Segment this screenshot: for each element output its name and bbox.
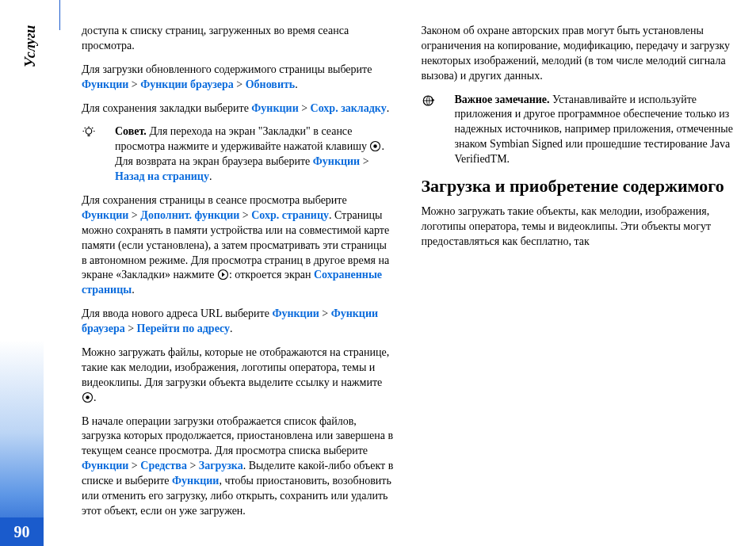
ui-path-item: Обновить [246,78,296,90]
text-run: : откроется экран [229,269,314,281]
tip-label: Совет. [115,125,147,137]
text-run: Для перехода на экран "Закладки" в сеанс… [115,125,369,152]
ui-path-item: Функции браузера [140,78,234,90]
ui-path-item: Дополнит. функции [140,209,239,221]
page-sidebar: Услуги 90 [0,0,59,546]
page-content: доступа к списку страниц, загруженных во… [59,0,756,546]
ui-path-item: Функции [82,78,128,90]
text-run: Для загрузки обновленного содержимого ст… [82,63,372,75]
ui-path-item: Назад на страницу [115,170,209,182]
body-text: Можно загружать такие объекты, как мелод… [422,204,735,250]
sidebar-rule [59,0,60,30]
body-text: Для ввода нового адреса URL выберите Фун… [82,307,395,337]
note-label: Важное замечание. [455,94,550,105]
globe-arrow-icon [422,94,436,108]
text-run: В начале операции загрузки отображается … [82,415,393,457]
body-text: Законом об охране авторских прав могут б… [422,24,735,84]
body-text: Для сохранения закладки выберите Функции… [82,101,395,116]
ui-path-item: Перейти по адресу [137,323,230,334]
svg-point-0 [86,128,92,135]
ui-path-item: Функции [172,475,219,487]
page-number: 90 [0,517,44,546]
text-run: Можно загружать файлы, которые не отобра… [82,346,389,388]
section-label: Услуги [21,25,40,67]
body-text: доступа к списку страниц, загруженных во… [82,24,395,54]
manual-page: Услуги 90 доступа к списку страниц, загр… [0,0,756,546]
ui-path-item: Функции [251,102,298,114]
note-block: Важное замечание. Устанавливайте и испол… [422,93,735,167]
body-text: Можно загружать файлы, которые не отобра… [82,346,395,406]
scroll-right-icon [217,269,229,281]
ui-path-item: Сохр. страницу [251,209,329,221]
ui-path-item: Загрузка [199,460,243,472]
body-text: В начале операции загрузки отображается … [82,414,395,519]
body-text: Для сохранения страницы в сеансе просмот… [82,193,395,298]
svg-point-2 [374,145,378,149]
text-run: Для ввода нового адреса URL выберите [82,307,272,319]
ui-path-item: Функции [272,307,319,319]
ui-path-item: Функции [82,460,128,472]
ui-path-item: Сохр. закладку [311,102,387,114]
body-text: Для загрузки обновленного содержимого ст… [82,63,395,93]
ui-path-item: Средства [140,460,187,472]
lightbulb-icon [82,125,96,139]
ui-path-item: Функции [313,155,360,167]
section-heading: Загрузка и приобретение содержимого [422,176,735,197]
scroll-key-icon [82,391,94,403]
svg-point-5 [86,395,90,399]
text-run: Для сохранения закладки выберите [82,102,251,114]
tip-block: Совет. Для перехода на экран "Закладки" … [82,124,395,185]
text-run: Для сохранения страницы в сеансе просмот… [82,194,347,206]
sidebar-gradient [0,340,44,546]
scroll-key-icon [369,140,381,152]
ui-path-item: Функции [82,209,128,221]
